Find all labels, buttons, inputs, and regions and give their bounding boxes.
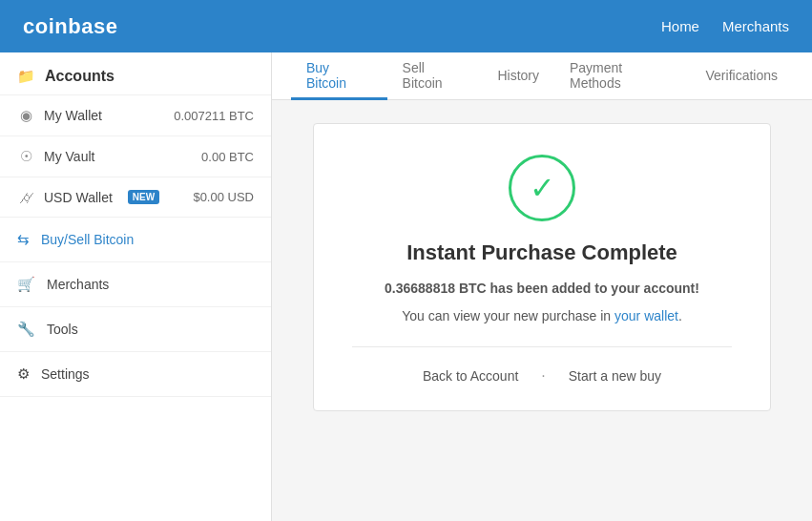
- card-divider: [352, 346, 732, 347]
- back-to-account-button[interactable]: Back to Account: [415, 365, 526, 387]
- tab-history[interactable]: History: [482, 52, 554, 100]
- vault-icon: ☉: [17, 148, 34, 165]
- purchase-title: Instant Purchase Complete: [352, 240, 732, 265]
- buy-sell-label: Buy/Sell Bitcoin: [41, 232, 134, 247]
- link-pre-text: You can view your new purchase in: [402, 308, 614, 323]
- start-new-buy-button[interactable]: Start a new buy: [561, 365, 669, 387]
- wallet-icon: ◉: [17, 107, 34, 124]
- layout: 📁 Accounts ◉ My Wallet 0.007211 BTC ☉ My…: [0, 52, 812, 521]
- tabs-bar: Buy Bitcoin Sell Bitcoin History Payment…: [272, 52, 812, 100]
- nav-home[interactable]: Home: [661, 18, 699, 34]
- sidebar-nav-merchants[interactable]: 🛒 Merchants: [0, 262, 271, 307]
- nav-merchants[interactable]: Merchants: [722, 18, 789, 34]
- usd-wallet-label: USD Wallet: [44, 190, 113, 205]
- tab-verifications[interactable]: Verifications: [691, 52, 793, 100]
- purchase-desc: 0.36688818 BTC has been added to your ac…: [352, 279, 732, 299]
- cart-icon: 🛒: [17, 276, 35, 293]
- tab-sell-bitcoin[interactable]: Sell Bitcoin: [387, 52, 483, 100]
- my-vault-value: 0.00 BTC: [201, 150, 254, 164]
- sidebar-nav-tools[interactable]: 🔧 Tools: [0, 307, 271, 352]
- checkmark-icon: ✓: [530, 173, 555, 203]
- usd-wallet-value: $0.00 USD: [193, 190, 254, 204]
- merchants-nav-label: Merchants: [47, 277, 109, 292]
- new-badge: NEW: [128, 190, 159, 204]
- tools-icon: 🔧: [17, 321, 35, 338]
- purchase-card: ✓ Instant Purchase Complete 0.36688818 B…: [313, 123, 771, 411]
- accounts-icon: 📁: [17, 68, 35, 85]
- dollar-icon: ⌭: [17, 189, 34, 205]
- purchase-link-text: You can view your new purchase in your w…: [352, 308, 732, 323]
- success-circle: ✓: [509, 155, 575, 221]
- logo: coinbase: [23, 14, 117, 39]
- sidebar-nav-buy-sell[interactable]: ⇆ Buy/Sell Bitcoin: [0, 218, 271, 262]
- accounts-section: 📁 Accounts: [0, 52, 271, 95]
- main-content: Buy Bitcoin Sell Bitcoin History Payment…: [272, 52, 812, 521]
- settings-label: Settings: [41, 366, 90, 382]
- my-vault-label: My Vault: [44, 149, 94, 164]
- my-wallet-value: 0.007211 BTC: [174, 109, 254, 123]
- sidebar-nav-settings[interactable]: ⚙ Settings: [0, 352, 271, 397]
- sidebar: 📁 Accounts ◉ My Wallet 0.007211 BTC ☉ My…: [0, 52, 272, 521]
- success-icon-wrapper: ✓: [352, 155, 732, 221]
- header: coinbase Home Merchants: [0, 0, 812, 52]
- wallet-link[interactable]: your wallet: [614, 308, 678, 323]
- action-dot: ·: [541, 367, 545, 385]
- tab-buy-bitcoin[interactable]: Buy Bitcoin: [291, 52, 387, 100]
- tab-payment-methods[interactable]: Payment Methods: [554, 52, 691, 100]
- exchange-icon: ⇆: [17, 231, 30, 248]
- gear-icon: ⚙: [17, 365, 30, 383]
- sidebar-item-my-wallet[interactable]: ◉ My Wallet 0.007211 BTC: [0, 95, 271, 136]
- accounts-label: Accounts: [45, 68, 115, 85]
- purchase-amount: 0.36688818 BTC has been added to your ac…: [385, 281, 699, 296]
- tools-label: Tools: [47, 322, 78, 337]
- header-nav: Home Merchants: [661, 18, 789, 34]
- my-wallet-label: My Wallet: [44, 108, 102, 123]
- content-area: ✓ Instant Purchase Complete 0.36688818 B…: [272, 100, 812, 521]
- sidebar-item-usd-wallet[interactable]: ⌭ USD Wallet NEW $0.00 USD: [0, 177, 271, 218]
- link-post-text: .: [678, 308, 682, 323]
- card-actions: Back to Account · Start a new buy: [352, 365, 732, 387]
- sidebar-item-my-vault[interactable]: ☉ My Vault 0.00 BTC: [0, 136, 271, 177]
